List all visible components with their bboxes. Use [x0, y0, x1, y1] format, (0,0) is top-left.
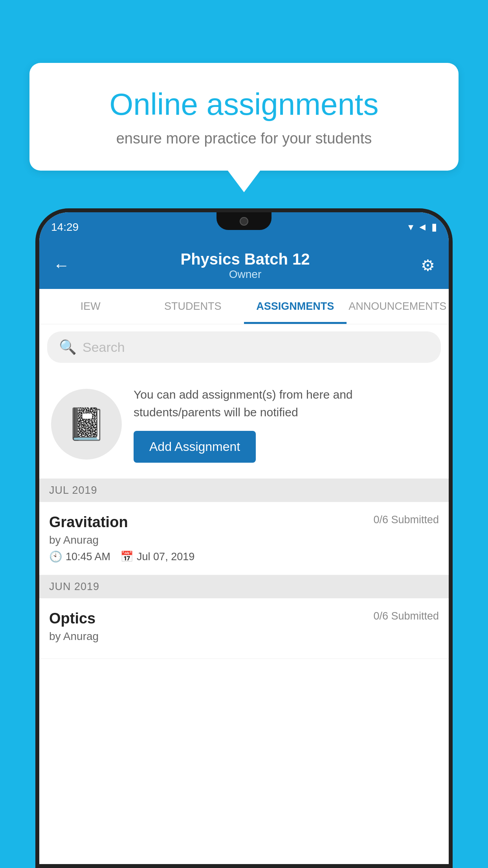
assignment-date: 📅 Jul 07, 2019 [120, 550, 194, 563]
assignment-author: by Anurag [49, 534, 439, 546]
search-icon: 🔍 [59, 339, 77, 355]
assignment-time: 🕙 10:45 AM [49, 550, 110, 563]
promo-right: You can add assignment(s) from here and … [134, 386, 437, 463]
phone-frame: 14:29 ▾ ◄ ▮ ← Physics Batch 12 Owner ⚙ I… [35, 208, 453, 868]
page-title: Physics Batch 12 [70, 250, 421, 268]
bubble-subtitle: ensure more practice for your students [57, 130, 431, 147]
battery-icon: ▮ [431, 221, 437, 233]
main-content: 🔍 Search 📓 You can add assignment(s) fro… [39, 324, 449, 864]
assignment-submitted: 0/6 Submitted [373, 514, 439, 526]
tab-announcements[interactable]: ANNOUNCEMENTS [347, 289, 449, 324]
assignment-top-row: Gravitation 0/6 Submitted [49, 514, 439, 531]
assignment-name: Gravitation [49, 514, 128, 531]
tab-students[interactable]: STUDENTS [142, 289, 244, 324]
promo-description: You can add assignment(s) from here and … [134, 386, 437, 421]
search-container: 🔍 Search [39, 324, 449, 370]
assignment-meta: 🕙 10:45 AM 📅 Jul 07, 2019 [49, 550, 439, 563]
assignment-gravitation[interactable]: Gravitation 0/6 Submitted by Anurag 🕙 10… [39, 502, 449, 575]
promo-icon-circle: 📓 [51, 389, 122, 460]
wifi-icon: ▾ [408, 221, 413, 233]
camera [240, 217, 248, 226]
tab-bar: IEW STUDENTS ASSIGNMENTS ANNOUNCEMENTS [39, 289, 449, 324]
clock-icon: 🕙 [49, 550, 62, 563]
status-time: 14:29 [51, 221, 79, 234]
assignment-author-2: by Anurag [49, 630, 439, 643]
assignment-submitted-2: 0/6 Submitted [373, 610, 439, 622]
search-placeholder: Search [83, 340, 125, 355]
add-assignment-button[interactable]: Add Assignment [134, 431, 256, 463]
assignment-name-2: Optics [49, 610, 95, 627]
assignment-top-row-2: Optics 0/6 Submitted [49, 610, 439, 627]
tab-overview[interactable]: IEW [39, 289, 142, 324]
bubble-title: Online assignments [57, 86, 431, 122]
page-subtitle: Owner [70, 268, 421, 281]
status-icons: ▾ ◄ ▮ [408, 221, 437, 233]
calendar-icon: 📅 [120, 550, 134, 563]
promo-section: 📓 You can add assignment(s) from here an… [39, 370, 449, 479]
notch [216, 212, 272, 230]
phone-screen: 14:29 ▾ ◄ ▮ ← Physics Batch 12 Owner ⚙ I… [39, 212, 449, 864]
assignment-optics[interactable]: Optics 0/6 Submitted by Anurag [39, 598, 449, 659]
speech-bubble: Online assignments ensure more practice … [29, 63, 459, 171]
tab-assignments[interactable]: ASSIGNMENTS [244, 289, 347, 324]
speech-bubble-container: Online assignments ensure more practice … [29, 63, 459, 171]
signal-icon: ◄ [417, 221, 427, 233]
notebook-icon: 📓 [67, 406, 106, 443]
app-header: ← Physics Batch 12 Owner ⚙ [39, 242, 449, 289]
settings-icon[interactable]: ⚙ [421, 256, 435, 274]
header-title-block: Physics Batch 12 Owner [70, 250, 421, 281]
search-bar[interactable]: 🔍 Search [47, 331, 441, 363]
back-button[interactable]: ← [53, 256, 70, 275]
month-divider-jun: JUN 2019 [39, 575, 449, 598]
status-bar: 14:29 ▾ ◄ ▮ [39, 212, 449, 242]
month-divider-jul: JUL 2019 [39, 479, 449, 502]
